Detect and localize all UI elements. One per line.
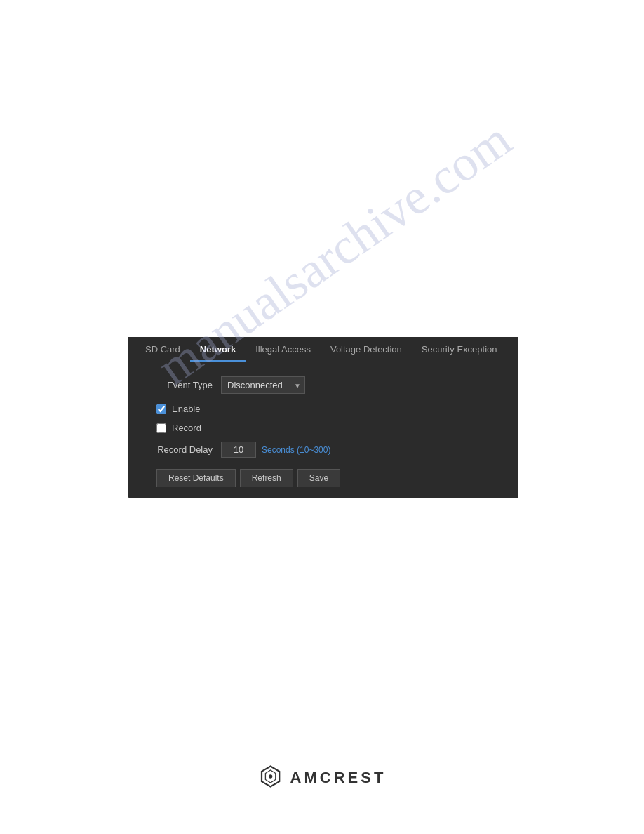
tab-sd-card[interactable]: SD Card [135,337,190,362]
logo-text: AMCREST [290,769,387,787]
record-label[interactable]: Record [172,423,201,433]
enable-checkbox[interactable] [156,404,166,414]
settings-panel: SD Card Network Illegal Access Voltage D… [128,337,518,498]
panel-content: Event Type Disconnected Connected ▼ Enab… [128,362,518,498]
tab-network[interactable]: Network [190,337,246,362]
event-type-label: Event Type [142,380,213,390]
tab-voltage-detection[interactable]: Voltage Detection [321,337,412,362]
reset-defaults-button[interactable]: Reset Defaults [156,469,236,487]
footer-logo: AMCREST [258,764,387,792]
tab-security-exception[interactable]: Security Exception [412,337,507,362]
refresh-button[interactable]: Refresh [240,469,293,487]
record-delay-label: Record Delay [142,444,213,455]
event-type-select[interactable]: Disconnected Connected [221,376,305,394]
enable-label[interactable]: Enable [172,404,200,414]
save-button[interactable]: Save [297,469,340,487]
enable-row: Enable [142,404,504,414]
record-delay-row: Record Delay Seconds (10~300) [142,442,504,458]
record-row: Record [142,423,504,433]
event-type-dropdown-wrapper: Disconnected Connected ▼ [221,376,305,394]
amcrest-logo-icon [258,764,283,792]
event-type-row: Event Type Disconnected Connected ▼ [142,376,504,394]
record-delay-input[interactable] [221,442,256,458]
buttons-row: Reset Defaults Refresh Save [142,469,504,487]
tabs-row: SD Card Network Illegal Access Voltage D… [128,337,518,362]
svg-point-2 [269,774,272,778]
tab-illegal-access[interactable]: Illegal Access [246,337,321,362]
record-delay-hint: Seconds (10~300) [262,445,330,455]
record-checkbox[interactable] [156,423,166,433]
